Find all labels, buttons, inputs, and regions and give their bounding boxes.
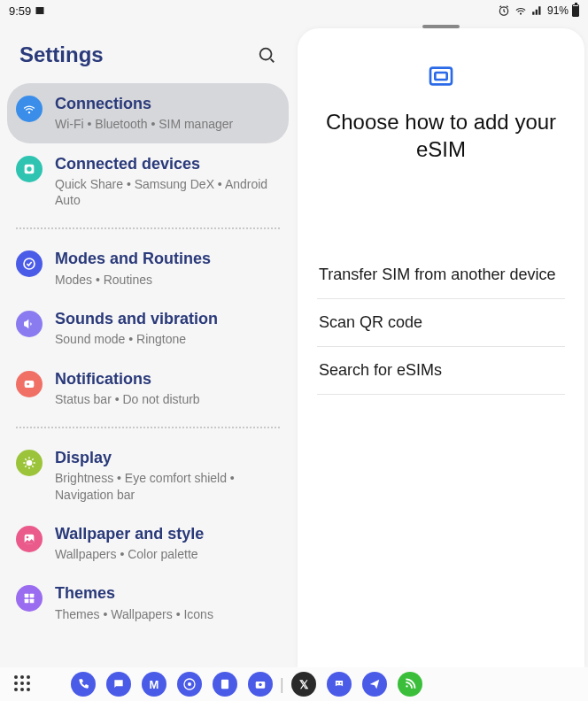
notifications-icon	[16, 371, 43, 397]
signal-icon	[531, 4, 544, 17]
section-divider	[16, 427, 280, 428]
section-divider	[16, 227, 280, 229]
svg-rect-1	[36, 13, 44, 14]
sidebar-item-sub: Brightness • Eye comfort shield • Naviga…	[55, 470, 278, 502]
sound-icon	[16, 311, 43, 337]
nav-separator: |	[280, 675, 284, 694]
svg-point-19	[188, 682, 191, 686]
settings-sidebar: Settings ConnectionsWi-Fi • Bluetooth • …	[0, 21, 296, 667]
svg-point-3	[260, 49, 272, 60]
sidebar-item-label: Notifications	[55, 369, 278, 389]
svg-rect-15	[30, 599, 35, 604]
svg-rect-0	[36, 7, 44, 13]
svg-rect-13	[30, 594, 35, 598]
sidebar-item-modes-routines[interactable]: Modes and RoutinesModes • Routines	[7, 238, 289, 298]
devices-icon	[16, 156, 43, 182]
nav-app-chat[interactable]	[106, 672, 131, 697]
sidebar-item-connected-devices[interactable]: Connected devicesQuick Share • Samsung D…	[7, 143, 289, 220]
sidebar-item-sub: Modes • Routines	[55, 272, 278, 288]
alarm-icon	[498, 4, 510, 17]
nav-app-feed[interactable]	[398, 672, 422, 697]
status-bar: 9:59 91%	[0, 0, 588, 21]
nav-app-discord[interactable]	[327, 672, 352, 697]
wallpaper-icon	[16, 526, 43, 552]
svg-rect-12	[25, 594, 29, 598]
nav-app-send[interactable]	[362, 672, 387, 697]
nav-bar: M|𝕏	[0, 667, 588, 701]
sidebar-item-label: Connections	[55, 94, 278, 114]
svg-point-22	[259, 683, 262, 687]
sidebar-item-sub: Wallpapers • Color palette	[55, 546, 278, 562]
search-icon[interactable]	[257, 45, 276, 65]
sidebar-item-sub: Themes • Wallpapers • Icons	[55, 606, 278, 622]
sidebar-item-label: Display	[55, 448, 278, 468]
sidebar-item-label: Connected devices	[55, 154, 278, 174]
sidebar-item-notifications[interactable]: NotificationsStatus bar • Do not disturb	[7, 358, 289, 419]
svg-rect-14	[25, 599, 29, 604]
svg-rect-20	[221, 680, 228, 689]
svg-point-9	[27, 460, 33, 466]
nav-app-M[interactable]: M	[142, 672, 166, 697]
display-icon	[16, 450, 43, 476]
svg-point-8	[27, 382, 29, 385]
themes-icon	[16, 585, 43, 612]
sidebar-item-display[interactable]: DisplayBrightness • Eye comfort shield •…	[7, 437, 289, 513]
nav-app-note[interactable]	[213, 672, 237, 697]
settings-title: Settings	[19, 42, 104, 67]
app-drawer-icon[interactable]	[14, 675, 32, 693]
wifi-icon	[514, 4, 528, 17]
sidebar-item-sub: Wi-Fi • Bluetooth • SIM manager	[55, 116, 278, 132]
sidebar-item-connections[interactable]: ConnectionsWi-Fi • Bluetooth • SIM manag…	[7, 83, 289, 143]
svg-point-23	[337, 682, 338, 684]
esim-panel: Choose how to add your eSIM Transfer SIM…	[298, 28, 584, 667]
sidebar-item-themes[interactable]: ThemesThemes • Wallpapers • Icons	[7, 573, 289, 633]
sidebar-item-sounds-vibration[interactable]: Sounds and vibrationSound mode • Rington…	[7, 298, 289, 358]
svg-rect-16	[430, 68, 452, 85]
sidebar-item-sub: Quick Share • Samsung DeX • Android Auto	[55, 176, 278, 208]
sidebar-item-label: Sounds and vibration	[55, 309, 278, 329]
sidebar-item-label: Wallpaper and style	[55, 524, 278, 544]
nav-app-phone[interactable]	[71, 672, 96, 697]
battery-icon	[572, 4, 579, 17]
sidebar-item-wallpaper-style[interactable]: Wallpaper and styleWallpapers • Color pa…	[7, 513, 289, 574]
esim-option-1[interactable]: Scan QR code	[317, 299, 565, 347]
drag-handle[interactable]	[422, 25, 460, 28]
esim-option-2[interactable]: Search for eSIMs	[317, 347, 565, 395]
svg-point-5	[27, 166, 31, 171]
status-time: 9:59	[9, 4, 31, 18]
nav-app-cam[interactable]	[248, 672, 273, 697]
sim-icon	[427, 62, 455, 90]
sidebar-item-label: Modes and Routines	[55, 249, 278, 269]
svg-point-11	[27, 536, 29, 539]
svg-rect-17	[435, 73, 446, 80]
nav-app-X[interactable]: 𝕏	[291, 672, 316, 697]
wifi-icon	[16, 96, 43, 122]
sidebar-item-sub: Sound mode • Ringtone	[55, 331, 278, 347]
panel-title: Choose how to add your eSIM	[317, 108, 565, 163]
sidebar-item-label: Themes	[55, 583, 278, 604]
status-card-icon	[35, 5, 45, 16]
routines-icon	[16, 250, 43, 277]
nav-app-chrome[interactable]	[177, 672, 202, 697]
svg-point-24	[340, 682, 342, 684]
sidebar-item-sub: Status bar • Do not disturb	[55, 391, 278, 407]
esim-option-0[interactable]: Transfer SIM from another device	[317, 251, 565, 299]
battery-pct: 91%	[547, 4, 569, 17]
